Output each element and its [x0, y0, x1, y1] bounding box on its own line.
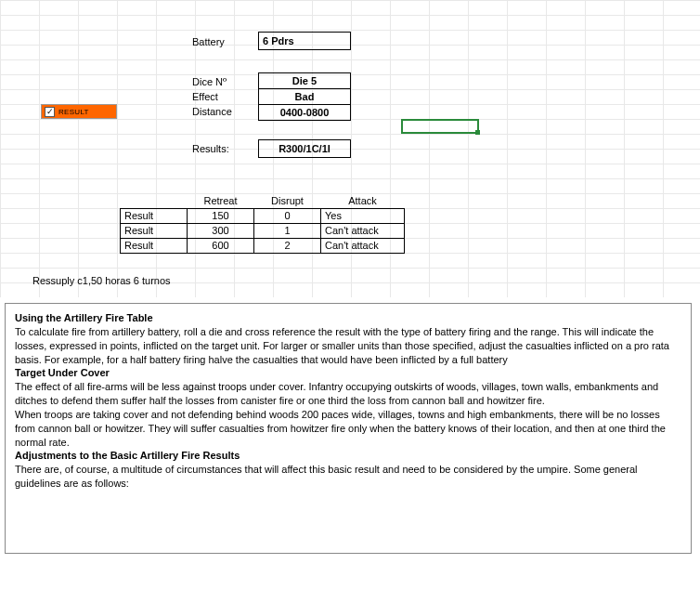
table-row[interactable]: Result 300 1 Can't attack: [121, 223, 405, 238]
rules-heading-1: Using the Artillery Fire Table: [15, 311, 681, 325]
label-distance: Distance: [188, 104, 253, 119]
cell-attack[interactable]: Yes: [321, 208, 405, 223]
rules-heading-2: Target Under Cover: [15, 366, 681, 380]
cell-attack[interactable]: Can't attack: [321, 223, 405, 238]
ressuply-text: Ressuply c1,50 horas 6 turnos: [32, 275, 171, 286]
cell-retreat[interactable]: 300: [188, 223, 254, 238]
label-results: Results:: [188, 141, 253, 156]
label-effect: Effect: [188, 89, 253, 104]
cell-retreat[interactable]: 600: [188, 238, 254, 253]
label-battery: Battery: [188, 33, 253, 50]
result-checkbox-button[interactable]: ✓ RESULT: [41, 104, 117, 119]
rules-textbox[interactable]: Using the Artillery Fire Table To calcul…: [5, 303, 692, 554]
result-button-label: RESULT: [58, 108, 89, 116]
col-disrupt: Disrupt: [254, 193, 321, 208]
checkbox-icon[interactable]: ✓: [45, 107, 55, 117]
rules-para-2: The effect of all fire-arms will be less…: [15, 380, 681, 408]
value-distance[interactable]: 0400-0800: [258, 104, 351, 121]
row-label: Result: [121, 238, 188, 253]
cell-disrupt[interactable]: 2: [254, 238, 321, 253]
col-attack: Attack: [321, 193, 405, 208]
rules-para-1: To calculate fire from artillery battery…: [15, 325, 681, 367]
col-retreat: Retreat: [188, 193, 254, 208]
cell-disrupt[interactable]: 0: [254, 208, 321, 223]
table-header-row: Retreat Disrupt Attack: [121, 193, 405, 208]
rules-para-3: When troops are taking cover and not def…: [15, 408, 681, 450]
label-dice: Dice Nº: [188, 74, 253, 89]
spreadsheet-grid[interactable]: Battery 6 Pdrs Dice Nº Die 5 Effect Bad …: [0, 0, 700, 297]
cell-retreat[interactable]: 150: [188, 208, 254, 223]
cell-disrupt[interactable]: 1: [254, 223, 321, 238]
fill-handle[interactable]: [475, 130, 480, 135]
rules-para-4: There are, of course, a multitude of cir…: [15, 463, 681, 491]
value-battery[interactable]: 6 Pdrs: [258, 32, 351, 50]
row-label: Result: [121, 223, 188, 238]
value-dice[interactable]: Die 5: [258, 72, 351, 89]
row-label: Result: [121, 208, 188, 223]
table-row[interactable]: Result 150 0 Yes: [121, 208, 405, 223]
cell-attack[interactable]: Can't attack: [321, 238, 405, 253]
rules-heading-3: Adjustments to the Basic Artillery Fire …: [15, 449, 681, 463]
table-row[interactable]: Result 600 2 Can't attack: [121, 238, 405, 253]
value-effect[interactable]: Bad: [258, 88, 351, 105]
results-table: Retreat Disrupt Attack Result 150 0 Yes …: [120, 193, 405, 254]
value-results[interactable]: R300/1C/1I: [258, 139, 351, 158]
active-cell-selection[interactable]: [401, 119, 479, 134]
